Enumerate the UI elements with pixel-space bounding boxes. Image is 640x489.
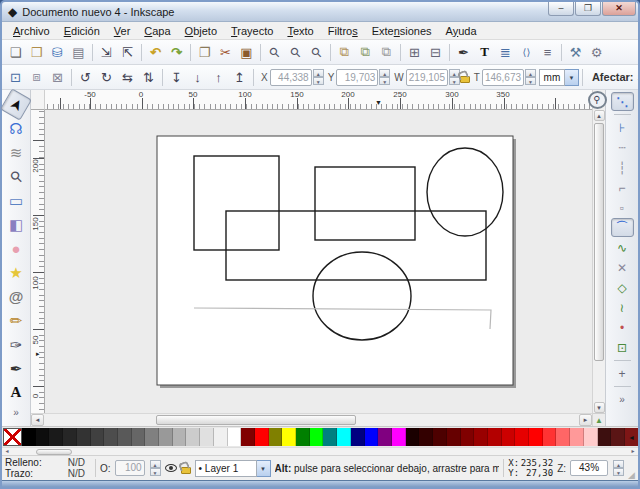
scrollbar-thumb[interactable] bbox=[594, 123, 604, 361]
lower-icon[interactable]: ↓ bbox=[187, 67, 208, 88]
palette-swatch[interactable] bbox=[598, 428, 612, 446]
xml-editor-icon[interactable]: ⟨⟩ bbox=[516, 42, 537, 63]
open-document-icon[interactable]: ❒ bbox=[26, 42, 47, 63]
calligraphy-tool[interactable]: ✒ bbox=[4, 357, 28, 380]
palette-swatch[interactable] bbox=[228, 428, 242, 446]
palette-swatch[interactable] bbox=[488, 428, 502, 446]
width-input[interactable]: 219,105 bbox=[406, 69, 448, 86]
titlebar[interactable]: ◆ Documento nuevo 4 - Inkscape – ❐ ✕ bbox=[2, 2, 638, 22]
palette-swatch[interactable] bbox=[255, 428, 269, 446]
minimize-button[interactable]: – bbox=[548, 2, 574, 16]
y-input[interactable]: 19,703 bbox=[336, 69, 378, 86]
menu-archivo[interactable]: Archivo bbox=[6, 24, 57, 38]
import-icon[interactable]: ⇲ bbox=[96, 42, 117, 63]
palette-swatch[interactable] bbox=[36, 428, 50, 446]
menu-texto[interactable]: Texto bbox=[280, 24, 320, 38]
spin-down-icon[interactable]: ▼ bbox=[525, 77, 536, 85]
snap-rotation-center-icon[interactable]: + bbox=[611, 364, 634, 383]
scrollbar-track[interactable] bbox=[593, 121, 605, 402]
canvas[interactable] bbox=[45, 110, 592, 413]
palette-swatch[interactable] bbox=[433, 428, 447, 446]
palette-swatch[interactable] bbox=[337, 428, 351, 446]
scrollbar-track[interactable] bbox=[44, 414, 579, 426]
palette-swatch[interactable] bbox=[323, 428, 337, 446]
selector-tool[interactable]: ➤ bbox=[0, 88, 32, 120]
snapbar-overflow[interactable]: » bbox=[611, 390, 634, 409]
layer-visibility-icon[interactable] bbox=[165, 464, 177, 472]
spin-down-icon[interactable]: ▼ bbox=[379, 77, 390, 85]
preferences-icon[interactable]: ⚒ bbox=[565, 42, 586, 63]
rectangle-tool[interactable]: ▭ bbox=[4, 189, 28, 212]
palette-swatch[interactable] bbox=[200, 428, 214, 446]
resize-grip[interactable]: ◢ bbox=[628, 470, 635, 480]
snap-cusp-nodes-icon[interactable]: ◇ bbox=[611, 278, 634, 297]
palette-swatch[interactable] bbox=[351, 428, 365, 446]
toolbar-overflow[interactable]: » bbox=[637, 71, 638, 83]
flip-vertical-icon[interactable]: ⇅ bbox=[138, 67, 159, 88]
palette-swatch[interactable] bbox=[378, 428, 392, 446]
text-dialog-icon[interactable]: T bbox=[474, 42, 495, 63]
save-icon[interactable]: ⛁ bbox=[47, 42, 68, 63]
vertical-scrollbar[interactable]: ⚲ ▲ ▼ ▲ bbox=[592, 90, 605, 426]
vertical-ruler[interactable]: ▸ 200150100500 bbox=[31, 110, 45, 413]
scroll-left-icon[interactable]: ◂ bbox=[2, 448, 12, 455]
node-tool[interactable]: ☊ bbox=[4, 117, 28, 140]
lower-to-bottom-icon[interactable]: ↧ bbox=[166, 67, 187, 88]
zoom-tool[interactable]: ⚲ bbox=[0, 160, 33, 193]
palette-swatch[interactable] bbox=[296, 428, 310, 446]
horizontal-ruler[interactable]: ▼ -50050100150200250300350 bbox=[45, 90, 592, 110]
rotate-ccw-icon[interactable]: ↺ bbox=[75, 67, 96, 88]
spin-up-icon[interactable]: ▲ bbox=[525, 69, 536, 77]
toolbox-overflow[interactable]: » bbox=[4, 405, 28, 419]
group-icon[interactable]: ⊞ bbox=[404, 42, 425, 63]
menu-ayuda[interactable]: Ayuda bbox=[439, 24, 484, 38]
zoom-page-icon[interactable]: ⚲ bbox=[302, 40, 332, 65]
scroll-up-icon[interactable]: ▲ bbox=[594, 110, 605, 121]
select-all-icon[interactable]: ⊡ bbox=[5, 67, 26, 88]
palette-swatch[interactable] bbox=[310, 428, 324, 446]
ellipse-tool[interactable]: ● bbox=[4, 237, 28, 260]
scrollbar-track[interactable] bbox=[12, 449, 628, 455]
snap-enable-icon[interactable]: ⋱ bbox=[611, 92, 634, 111]
palette-swatch[interactable] bbox=[77, 428, 91, 446]
scrollbar-thumb[interactable] bbox=[156, 415, 356, 425]
snap-midpoints-icon[interactable]: • bbox=[611, 318, 634, 337]
palette-swatch[interactable] bbox=[584, 428, 598, 446]
align-icon[interactable]: ≡ bbox=[537, 42, 558, 63]
palette-swatch[interactable] bbox=[145, 428, 159, 446]
menu-ver[interactable]: Ver bbox=[107, 24, 138, 38]
pen-tool[interactable]: ✑ bbox=[4, 333, 28, 356]
spin-up-icon[interactable]: ▲ bbox=[613, 460, 624, 468]
palette-swatch[interactable] bbox=[611, 428, 625, 446]
doc-properties-icon[interactable]: ⚙ bbox=[586, 42, 607, 63]
cut-icon[interactable]: ✂ bbox=[215, 42, 236, 63]
snap-page-border-icon[interactable]: ▫ bbox=[611, 198, 634, 217]
fill-stroke-icon[interactable]: ✒ bbox=[453, 42, 474, 63]
lock-ratio-icon[interactable] bbox=[460, 76, 470, 83]
spin-down-icon[interactable]: ▼ bbox=[613, 468, 624, 476]
palette-swatch[interactable] bbox=[461, 428, 475, 446]
palette-swatch[interactable] bbox=[406, 428, 420, 446]
palette-swatch[interactable] bbox=[365, 428, 379, 446]
create-clone-icon[interactable]: ⧉ bbox=[355, 42, 376, 63]
palette-swatch[interactable] bbox=[502, 428, 516, 446]
deselect-icon[interactable]: ⊠ bbox=[47, 67, 68, 88]
paste-icon[interactable]: ▣ bbox=[236, 42, 257, 63]
snap-path-intersections-icon[interactable]: ✕ bbox=[611, 258, 634, 277]
no-color-swatch[interactable] bbox=[3, 428, 22, 446]
palette-scroll-left-icon[interactable]: ◄ bbox=[625, 428, 638, 446]
maximize-button[interactable]: ❐ bbox=[575, 2, 601, 16]
copy-icon[interactable]: ❐ bbox=[194, 42, 215, 63]
palette-swatch[interactable] bbox=[159, 428, 173, 446]
palette-swatch[interactable] bbox=[22, 428, 36, 446]
layers-icon[interactable]: ≣ bbox=[495, 42, 516, 63]
star-tool[interactable]: ★ bbox=[4, 261, 28, 284]
spin-up-icon[interactable]: ▲ bbox=[313, 69, 324, 77]
cms-adjust-icon[interactable]: ▲ bbox=[593, 413, 606, 426]
pencil-tool[interactable]: ✏ bbox=[4, 309, 28, 332]
redo-icon[interactable]: ↷ bbox=[166, 42, 187, 63]
snap-object-centers-icon[interactable]: ⊡ bbox=[611, 338, 634, 357]
palette-swatch[interactable] bbox=[447, 428, 461, 446]
sticky-zoom-button[interactable]: ⚲ bbox=[588, 91, 607, 109]
palette-swatch[interactable] bbox=[132, 428, 146, 446]
